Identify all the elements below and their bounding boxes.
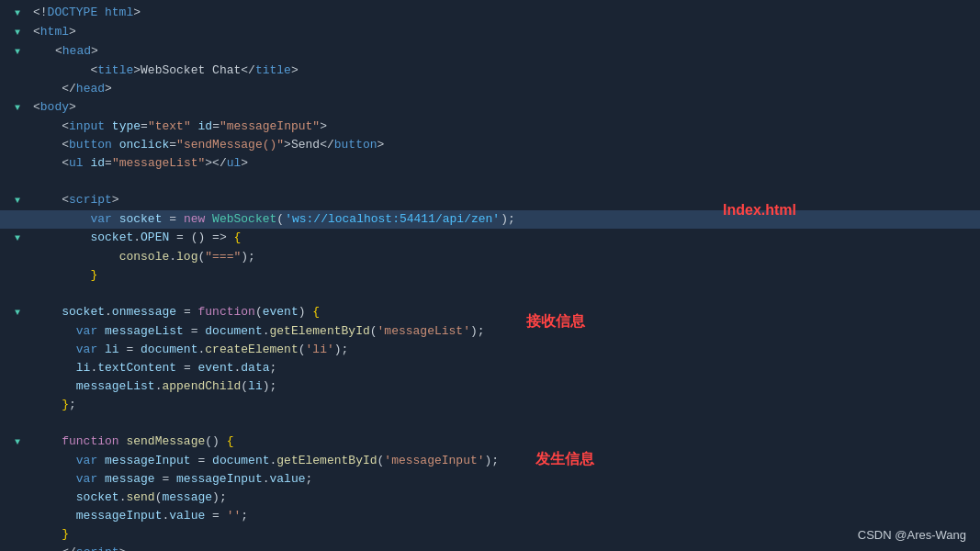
line-content-19: var li = document.createElement('li'); — [26, 341, 980, 359]
line-content-14: console.log("==="); — [26, 248, 980, 266]
code-line-25: var messageInput = document.getElementBy… — [0, 452, 980, 470]
line-content-30: </script> — [26, 544, 980, 551]
annotation-receive: 接收信息 — [526, 312, 585, 332]
gutter-3: ▼ — [0, 42, 26, 62]
code-line-9: <ul id="messageList"></ul> — [0, 154, 980, 173]
line-content-9: <ul id="messageList"></ul> — [26, 154, 980, 173]
line-content-23 — [26, 414, 980, 433]
code-line-17: ▼ socket.onmessage = function(event) { — [0, 303, 980, 322]
gutter-13: ▼ — [0, 229, 26, 248]
code-line-20: li.textContent = event.data; — [0, 359, 980, 377]
line-content-10 — [26, 173, 980, 191]
gutter-17: ▼ — [0, 303, 26, 322]
code-line-24: ▼ function sendMessage() { — [0, 433, 980, 452]
line-content-16 — [26, 285, 980, 303]
code-line-23 — [0, 414, 980, 433]
code-line-4: <title>WebSocket Chat</title> — [0, 62, 980, 80]
line-content-21: messageList.appendChild(li); — [26, 377, 980, 396]
code-line-19: var li = document.createElement('li'); — [0, 341, 980, 359]
line-content-6: <body> — [26, 98, 980, 117]
line-content-18: var messageList = document.getElementByI… — [26, 322, 980, 341]
line-content-20: li.textContent = event.data; — [26, 359, 980, 377]
code-line-18: var messageList = document.getElementByI… — [0, 322, 980, 341]
code-line-5: </head> — [0, 80, 980, 98]
code-line-1: ▼ <!DOCTYPE html> — [0, 4, 980, 23]
line-content-2: <html> — [26, 23, 980, 41]
line-content-29: } — [26, 525, 980, 544]
annotation-index: Index.html — [723, 202, 796, 219]
code-line-10 — [0, 173, 980, 191]
line-content-3: <head> — [26, 42, 980, 61]
line-content-1: <!DOCTYPE html> — [26, 4, 980, 22]
line-content-13: socket.OPEN = () => { — [26, 229, 980, 247]
code-line-2: ▼ <html> — [0, 23, 980, 42]
editor-container: ▼ <!DOCTYPE html> ▼ <html> ▼ <head> <tit… — [0, 0, 980, 551]
line-content-12: var socket = new WebSocket('ws://localho… — [26, 210, 980, 229]
line-content-4: <title>WebSocket Chat</title> — [26, 62, 980, 80]
gutter-24: ▼ — [0, 433, 26, 452]
code-line-16 — [0, 285, 980, 303]
line-content-5: </head> — [26, 80, 980, 98]
gutter-6: ▼ — [0, 98, 26, 118]
code-line-15: } — [0, 266, 980, 285]
gutter-2: ▼ — [0, 23, 26, 42]
code-line-22: }; — [0, 396, 980, 414]
line-content-27: socket.send(message); — [26, 489, 980, 507]
line-content-24: function sendMessage() { — [26, 433, 980, 451]
gutter-11: ▼ — [0, 191, 26, 210]
code-line-12: var socket = new WebSocket('ws://localho… — [0, 210, 980, 229]
code-line-7: <input type="text" id="messageInput"> — [0, 118, 980, 136]
line-content-11: <script> — [26, 191, 980, 209]
line-content-8: <button onclick="sendMessage()">Send</bu… — [26, 136, 980, 154]
code-line-26: var message = messageInput.value; — [0, 470, 980, 489]
code-line-30: </script> — [0, 544, 980, 551]
code-line-3: ▼ <head> — [0, 42, 980, 62]
line-content-7: <input type="text" id="messageInput"> — [26, 118, 980, 136]
code-line-29: } — [0, 525, 980, 544]
code-line-14: console.log("==="); — [0, 248, 980, 266]
line-content-25: var messageInput = document.getElementBy… — [26, 452, 980, 470]
line-content-26: var message = messageInput.value; — [26, 470, 980, 489]
code-line-21: messageList.appendChild(li); — [0, 377, 980, 396]
code-line-27: socket.send(message); — [0, 489, 980, 507]
line-content-28: messageInput.value = ''; — [26, 507, 980, 525]
watermark: CSDN @Ares-Wang — [858, 528, 966, 542]
line-content-17: socket.onmessage = function(event) { — [26, 303, 980, 321]
annotation-send: 发生信息 — [535, 450, 594, 469]
line-content-22: }; — [26, 396, 980, 414]
gutter-1: ▼ — [0, 4, 26, 23]
code-line-11: ▼ <script> — [0, 191, 980, 210]
code-line-13: ▼ socket.OPEN = () => { — [0, 229, 980, 248]
code-line-8: <button onclick="sendMessage()">Send</bu… — [0, 136, 980, 154]
code-line-28: messageInput.value = ''; — [0, 507, 980, 525]
code-line-6: ▼ <body> — [0, 98, 980, 118]
line-content-15: } — [26, 266, 980, 285]
